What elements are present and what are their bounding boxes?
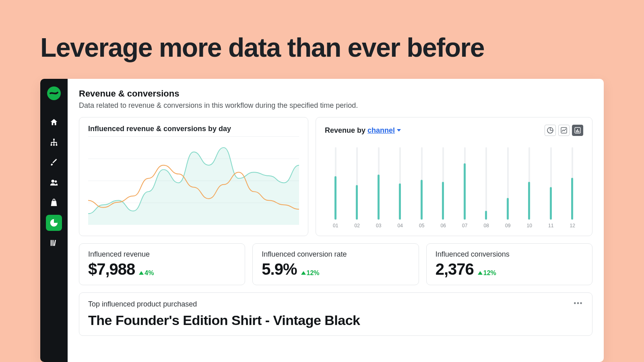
hero-title: Leverage more data than ever before (40, 32, 484, 63)
svg-point-5 (52, 180, 54, 183)
svg-point-6 (55, 181, 57, 183)
stat-delta: 12% (301, 269, 320, 277)
chart-type-bar[interactable] (572, 125, 583, 136)
line-chart-icon (561, 127, 567, 134)
svg-rect-9 (54, 240, 56, 246)
users-icon (50, 178, 58, 187)
brush-icon (50, 158, 58, 167)
svg-rect-8 (52, 240, 54, 246)
stats-row: Influenced revenue$7,9884%Influenced con… (79, 243, 592, 285)
sidebar-item-hierarchy[interactable] (46, 134, 62, 150)
app-logo (47, 86, 61, 101)
chart-title: Revenue by channel (325, 126, 401, 135)
stat-card: Influenced conversion rate5.9%12% (252, 243, 419, 285)
bar-label: 03 (376, 223, 381, 228)
svg-rect-17 (578, 131, 579, 132)
stat-delta: 12% (478, 269, 496, 277)
section-title: Revenue & conversions (79, 88, 592, 99)
svg-rect-2 (51, 144, 52, 146)
bar-label: 11 (548, 223, 553, 228)
svg-rect-7 (51, 240, 52, 246)
product-name: The Founder's Edition Shirt - Vintage Bl… (88, 313, 583, 328)
bar-label: 10 (527, 223, 532, 228)
stat-value: 2,376 (436, 260, 474, 278)
svg-rect-1 (53, 139, 55, 140)
bar-column: 08 (476, 147, 497, 228)
bar-label: 04 (398, 223, 403, 228)
sidebar-item-home[interactable] (46, 114, 62, 130)
sidebar-item-brush[interactable] (46, 154, 62, 171)
pie-icon (547, 127, 553, 134)
more-button[interactable]: ••• (573, 299, 584, 307)
line-chart (88, 136, 299, 225)
bar-label: 12 (570, 223, 575, 228)
dimension-dropdown[interactable]: channel (367, 126, 401, 135)
bar-column: 09 (497, 147, 519, 228)
bar-column: 02 (347, 147, 368, 228)
chart-title: Influenced revenue & conversions by day (88, 125, 299, 133)
main-content: Revenue & conversions Data related to re… (68, 79, 604, 362)
section-subtitle: Data related to revenue & conversions in… (79, 101, 592, 110)
app-window: Revenue & conversions Data related to re… (40, 79, 604, 362)
revenue-by-channel-card: Revenue by channel (316, 117, 592, 236)
influenced-revenue-chart-card: Influenced revenue & conversions by day (79, 117, 308, 236)
sidebar-item-analytics[interactable] (46, 215, 62, 231)
top-product-card: ••• Top influenced product purchased The… (79, 292, 592, 336)
ellipsis-icon: ••• (574, 300, 583, 307)
bar-chart: 010203040506070809101112 (325, 140, 583, 228)
bar-column: 07 (454, 147, 476, 228)
up-arrow-icon (139, 271, 144, 275)
bar-label: 05 (419, 223, 424, 228)
chart-type-pie[interactable] (545, 125, 556, 136)
pie-chart-icon (50, 218, 58, 227)
stat-label: Influenced conversions (436, 250, 583, 259)
bar-label: 07 (462, 223, 467, 228)
svg-rect-4 (56, 144, 58, 146)
sidebar-item-bag[interactable] (46, 195, 62, 211)
bar-label: 08 (484, 223, 489, 228)
chart-type-line[interactable] (558, 125, 570, 136)
bar-column: 04 (390, 147, 411, 228)
sidebar-item-library[interactable] (46, 235, 62, 251)
sidebar-item-users[interactable] (46, 175, 62, 191)
caret-down-icon (396, 128, 401, 132)
stat-card: Influenced conversions2,37612% (426, 243, 592, 285)
product-label: Top influenced product purchased (88, 300, 583, 309)
bar-column: 01 (325, 147, 347, 228)
bar-column: 12 (562, 147, 584, 228)
bar-column: 06 (433, 147, 454, 228)
stat-value: $7,988 (88, 260, 135, 278)
bar-column: 05 (411, 147, 433, 228)
hierarchy-icon (50, 138, 58, 147)
up-arrow-icon (478, 271, 483, 275)
sidebar (40, 79, 68, 362)
svg-rect-15 (576, 130, 577, 132)
stat-card: Influenced revenue$7,9884% (79, 243, 245, 285)
up-arrow-icon (301, 271, 306, 275)
stat-delta: 4% (139, 269, 154, 277)
stat-label: Influenced conversion rate (262, 250, 409, 259)
bar-chart-icon (574, 127, 581, 134)
bar-column: 11 (540, 147, 562, 228)
svg-rect-3 (53, 144, 55, 146)
bar-label: 09 (505, 223, 510, 228)
stat-label: Influenced revenue (88, 250, 236, 259)
library-icon (50, 239, 58, 247)
bar-column: 03 (368, 147, 390, 228)
bar-label: 01 (333, 223, 338, 228)
chart-type-toggle (545, 125, 583, 136)
stat-value: 5.9% (262, 260, 297, 278)
bar-label: 02 (355, 223, 360, 228)
bag-icon (50, 198, 58, 207)
home-icon (50, 118, 58, 127)
svg-rect-16 (577, 129, 578, 132)
bar-label: 06 (441, 223, 446, 228)
bar-column: 10 (519, 147, 541, 228)
